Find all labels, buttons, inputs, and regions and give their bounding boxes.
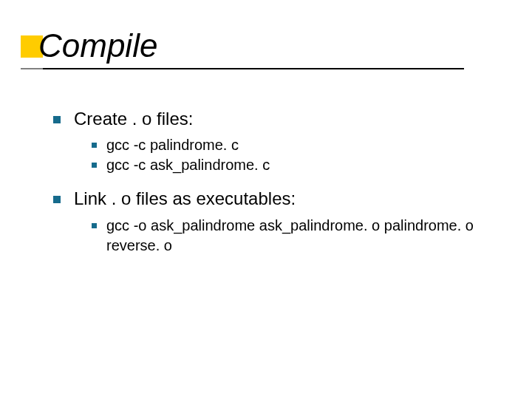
sub-list: gcc -c palindrome. c gcc -c ask_palindro…	[74, 135, 482, 175]
sub-list-item-text: gcc -c palindrome. c	[106, 137, 239, 153]
sub-list-item-text: gcc -c ask_palindrome. c	[106, 157, 270, 173]
title-block: Compile	[21, 28, 157, 64]
list-item: Create . o files: gcc -c palindrome. c g…	[53, 107, 482, 175]
sub-list-item-text: gcc -o ask_palindrome ask_palindrome. o …	[106, 217, 474, 253]
list-item-text: Link . o files as executables:	[74, 188, 296, 208]
content-area: Create . o files: gcc -c palindrome. c g…	[53, 107, 482, 267]
sub-list-item: gcc -o ask_palindrome ask_palindrome. o …	[92, 216, 482, 256]
sub-list-item: gcc -c ask_palindrome. c	[92, 155, 482, 175]
title-underline-accent	[21, 68, 43, 69]
title-underline	[21, 68, 464, 69]
list-item: Link . o files as executables: gcc -o as…	[53, 187, 482, 255]
slide: Compile Create . o files: gcc -c palindr…	[0, 0, 532, 399]
sub-list-item: gcc -c palindrome. c	[92, 135, 482, 155]
sub-list: gcc -o ask_palindrome ask_palindrome. o …	[74, 216, 482, 256]
slide-title: Compile	[21, 28, 157, 64]
bullet-list: Create . o files: gcc -c palindrome. c g…	[53, 107, 482, 256]
list-item-text: Create . o files:	[74, 109, 193, 129]
